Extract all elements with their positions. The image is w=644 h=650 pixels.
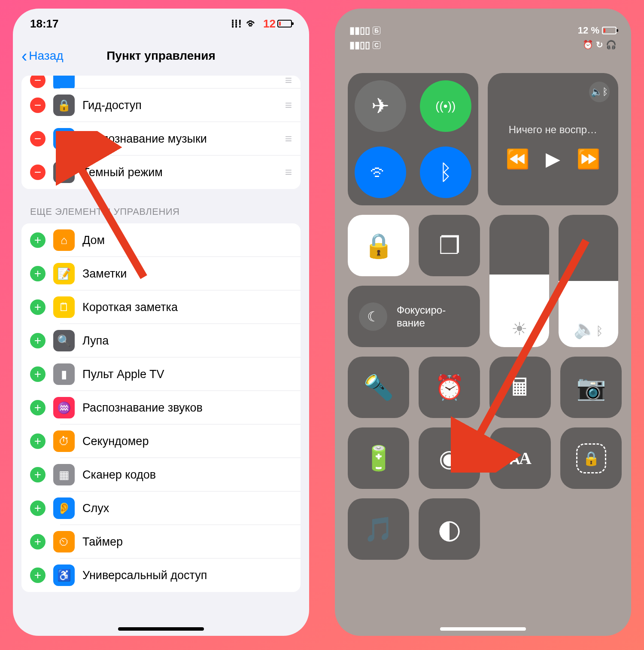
list-item-shazam[interactable]: − 🎵 Распознавание музыки ≡ (21, 122, 301, 156)
remove-button[interactable]: − (30, 76, 46, 88)
camera-button[interactable]: 📷 (560, 357, 622, 418)
list-item-notes[interactable]: + 📝 Заметки (21, 257, 301, 290)
cellular-data-toggle[interactable]: ((•)) (420, 80, 471, 132)
control-center-screen: ▮▮▯▯Б ▮▮▯▯С 12 % ⏰ ↻ 🎧 ✈ ((•)) ᯤ ᛒ (335, 9, 631, 636)
battery-low: 12 (263, 17, 292, 31)
settings-screen: 18:17 ⁞⁞! ᯤ 12 ‹ Назад Пункт управления … (13, 9, 309, 636)
shazam-icon: 🎵 (53, 128, 75, 150)
battery-percent-label: 12 % (578, 25, 599, 36)
status-bar: 18:17 ⁞⁞! ᯤ 12 (13, 9, 309, 39)
list-item-timer[interactable]: + ⏲ Таймер (21, 525, 301, 558)
list-item-quicknote[interactable]: + 🗒 Короткая заметка (21, 290, 301, 324)
accessibility-icon: ♿ (53, 565, 75, 586)
row-label: Лупа (82, 334, 292, 348)
drag-handle-icon[interactable]: ≡ (285, 76, 292, 87)
bluetooth-toggle[interactable]: ᛒ (420, 146, 471, 198)
add-button[interactable]: + (30, 299, 46, 315)
wave-icon: ♒ (53, 397, 75, 418)
low-power-button[interactable]: 🔋 (348, 427, 409, 489)
nav-bar: ‹ Назад Пункт управления (13, 39, 309, 73)
add-button[interactable]: + (30, 232, 46, 248)
remove-button[interactable]: − (30, 165, 46, 180)
add-button[interactable]: + (30, 366, 46, 382)
list-item-scanner[interactable]: + ▦ Сканер кодов (21, 458, 301, 491)
guided-access-button[interactable]: 🔒 (560, 427, 622, 489)
bluetooth-icon: ᛒ (439, 160, 452, 185)
flashlight-icon: 🔦 (364, 373, 394, 402)
focus-button[interactable]: ☾ Фокусиро- вание (348, 286, 480, 347)
add-button[interactable]: + (30, 500, 46, 516)
drag-handle-icon[interactable]: ≡ (285, 165, 292, 179)
drag-handle-icon[interactable]: ≡ (285, 98, 292, 112)
list-item-appletv[interactable]: + ▮ Пульт Apple TV (21, 357, 301, 391)
row-label: Пульт Apple TV (82, 368, 292, 381)
alarm-button[interactable]: ⏰ (419, 357, 480, 418)
camera-icon: 📷 (576, 373, 606, 402)
sim2-badge: С (373, 41, 380, 49)
calculator-button[interactable]: 🖩 (489, 357, 551, 418)
list-item-soundrec[interactable]: + ♒ Распознавание звуков (21, 391, 301, 424)
text-size-button[interactable]: ᴀA (489, 427, 551, 489)
play-button[interactable]: ▶ (546, 148, 560, 170)
add-button[interactable]: + (30, 433, 46, 449)
add-button[interactable]: + (30, 568, 46, 583)
connectivity-module[interactable]: ✈ ((•)) ᯤ ᛒ (348, 73, 478, 205)
add-button[interactable]: + (30, 266, 46, 281)
add-button[interactable]: + (30, 534, 46, 549)
screen-record-button[interactable]: ◉ (419, 427, 480, 489)
row-label: Распознавание музыки (82, 132, 277, 146)
forward-button[interactable]: ⏩ (577, 148, 600, 170)
shazam-icon: 🎵 (364, 515, 394, 543)
more-controls-section: + ⌂ Дом + 📝 Заметки + 🗒 Короткая заметка… (21, 223, 301, 592)
dark-mode-button[interactable]: ◐ (419, 498, 480, 560)
sim1-badge: Б (373, 27, 380, 34)
rotation-lock-toggle[interactable]: 🔒 (348, 215, 409, 276)
list-item[interactable]: − ≡ (21, 76, 301, 88)
wifi-icon: ᯤ (370, 160, 391, 185)
remove-button[interactable]: − (30, 98, 46, 113)
volume-slider[interactable]: 🔈ᛒ (559, 215, 618, 347)
add-button[interactable]: + (30, 333, 46, 348)
airplay-button[interactable]: 🔈ᛒ (589, 82, 610, 102)
calculator-icon: 🖩 (508, 373, 532, 401)
list-item-magnifier[interactable]: + 🔍 Лупа (21, 324, 301, 357)
chevron-left-icon: ‹ (21, 47, 27, 64)
back-button[interactable]: ‹ Назад (21, 47, 64, 64)
rewind-button[interactable]: ⏪ (506, 148, 529, 170)
add-button[interactable]: + (30, 467, 46, 482)
screen-mirroring-button[interactable]: ❐ (419, 215, 480, 276)
cc-status-bar: ▮▮▯▯Б ▮▮▯▯С 12 % ⏰ ↻ 🎧 (335, 9, 631, 60)
brightness-slider[interactable]: ☀ (489, 215, 549, 347)
list-item-home[interactable]: + ⌂ Дом (21, 223, 301, 257)
home-indicator[interactable] (440, 627, 526, 631)
battery-icon: 🔋 (364, 444, 394, 473)
remove-button[interactable]: − (30, 131, 46, 146)
list-item-hearing[interactable]: + 👂 Слух (21, 491, 301, 525)
timer-icon: ⏲ (53, 531, 75, 552)
app-icon (53, 76, 75, 88)
signal-icon: ▮▮▯▯ (349, 40, 370, 51)
volume-icon: 🔈ᛒ (559, 318, 618, 339)
wifi-toggle[interactable]: ᯤ (355, 146, 406, 198)
airplane-mode-toggle[interactable]: ✈ (355, 80, 406, 132)
airplay-icon: 🔈ᛒ (591, 86, 608, 98)
moon-icon: ☾ (359, 302, 387, 331)
flashlight-button[interactable]: 🔦 (348, 357, 409, 418)
alarm-mini-icon: ⏰ (583, 40, 593, 50)
list-item-stopwatch[interactable]: + ⏱ Секундомер (21, 424, 301, 458)
drag-handle-icon[interactable]: ≡ (285, 132, 292, 146)
lock-rect-icon: 🔒 (53, 95, 75, 116)
list-item-guided[interactable]: − 🔒 Гид-доступ ≡ (21, 88, 301, 122)
list-item-accessibility[interactable]: + ♿ Универсальный доступ (21, 558, 301, 592)
home-icon: ⌂ (53, 229, 75, 251)
list-item-darkmode[interactable]: − ◐ Темный режим ≡ (21, 156, 301, 189)
home-indicator[interactable] (118, 627, 204, 631)
shazam-button[interactable]: 🎵 (348, 498, 409, 560)
brightness-icon: ☀ (489, 318, 549, 339)
add-button[interactable]: + (30, 400, 46, 415)
media-module[interactable]: 🔈ᛒ Ничего не воспр… ⏪ ▶ ⏩ (488, 73, 618, 205)
row-label: Заметки (82, 267, 292, 281)
notes-icon: 📝 (53, 263, 75, 284)
ear-icon: 👂 (53, 497, 75, 519)
row-label: Секундомер (82, 435, 292, 448)
